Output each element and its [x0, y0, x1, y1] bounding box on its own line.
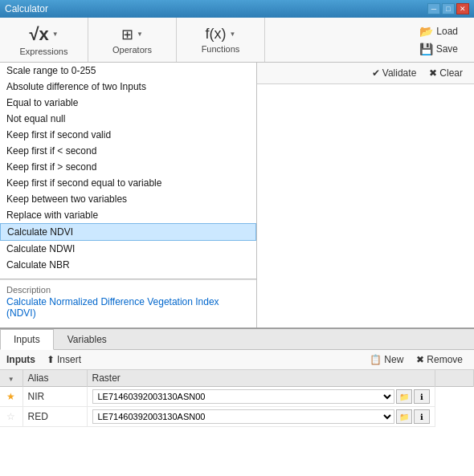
list-item[interactable]: Replace with variable [0, 207, 256, 223]
inputs-table: ▼ Alias Raster [0, 370, 474, 427]
row2-alias: RED [28, 411, 48, 422]
row1-info-button[interactable]: ℹ [414, 389, 430, 404]
list-item[interactable]: Keep first if second valid [0, 127, 256, 143]
table-row: ☆ RED LE71460392003130ASN00 📁 [0, 407, 474, 427]
expression-editor[interactable] [257, 84, 474, 328]
save-icon: 💾 [419, 43, 433, 55]
list-item[interactable]: Calculate NDWI [0, 241, 256, 257]
list-item[interactable]: Absolute difference of two Inputs [0, 79, 256, 95]
close-button[interactable]: ✕ [456, 3, 469, 14]
main-toolbar: √x ▼ Expressions ⊞ ▼ Operators f(x) ▼ Fu… [0, 18, 474, 63]
col-raster[interactable]: Raster [87, 370, 435, 387]
expressions-label: Expressions [20, 47, 68, 56]
insert-label: Insert [57, 354, 81, 365]
expressions-icon-area: √x ▼ [29, 24, 58, 45]
col-star: ▼ [0, 370, 22, 387]
row2-browse-button[interactable]: 📁 [396, 409, 412, 424]
row1-raster-dropdown-container: LE71460392003130ASN00 📁 ℹ [92, 389, 431, 404]
remove-button[interactable]: ✖ Remove [411, 352, 468, 367]
description-label: Description [6, 285, 250, 295]
list-item[interactable]: Not equal null [0, 111, 256, 127]
load-button[interactable]: 📂 Load [413, 23, 464, 39]
raster-header-label: Raster [92, 372, 121, 384]
description-area: Description Calculate Normalized Differe… [0, 279, 256, 328]
list-item[interactable]: Keep first if second equal to variable [0, 175, 256, 191]
bottom-section: Inputs Variables Inputs ⬆ Insert 📋 New ✖ [0, 328, 474, 476]
list-item[interactable]: Keep first if > second [0, 159, 256, 175]
new-button[interactable]: 📋 New [365, 352, 408, 367]
save-label: Save [436, 43, 458, 55]
remove-label: Remove [427, 354, 463, 365]
operators-icon: ⊞ [121, 26, 133, 43]
operators-icon-area: ⊞ ▼ [121, 26, 143, 43]
maximize-button[interactable]: □ [442, 3, 455, 14]
tab-variables[interactable]: Variables [54, 329, 121, 349]
inputs-toolbar: Inputs ⬆ Insert 📋 New ✖ Remove [0, 350, 474, 370]
inputs-toolbar-label: Inputs [6, 354, 35, 365]
titlebar: Calculator ─ □ ✕ [0, 0, 474, 18]
minimize-button[interactable]: ─ [427, 3, 440, 14]
row1-alias-cell: NIR [22, 387, 87, 407]
row1-browse-button[interactable]: 📁 [396, 389, 412, 404]
right-panel: ✔ Validate ✖ Clear [257, 63, 474, 328]
table-row: ★ NIR LE71460392003130ASN00 📁 [0, 387, 474, 407]
list-item[interactable]: Keep between two variables [0, 191, 256, 207]
row1-raster-select[interactable]: LE71460392003130ASN00 [92, 389, 395, 404]
table-container: ▼ Alias Raster [0, 370, 474, 476]
tab-inputs[interactable]: Inputs [0, 329, 54, 350]
expressions-button[interactable]: √x ▼ Expressions [0, 18, 88, 62]
save-button[interactable]: 💾 Save [413, 41, 464, 57]
functions-icon: f(x) [206, 26, 227, 43]
row2-alias-cell: RED [22, 407, 87, 427]
operators-dropdown-arrow: ▼ [137, 31, 143, 38]
row2-raster-select[interactable]: LE71460392003130ASN00 [92, 409, 395, 424]
remove-icon: ✖ [416, 354, 424, 365]
functions-dropdown-arrow: ▼ [230, 31, 236, 38]
row2-raster-cell: LE71460392003130ASN00 📁 ℹ [87, 407, 435, 427]
list-item[interactable]: Equal to variable [0, 95, 256, 111]
toolbar-right: 📂 Load 💾 Save [265, 18, 474, 62]
tab-content-inputs: Inputs ⬆ Insert 📋 New ✖ Remove [0, 350, 474, 476]
functions-icon-area: f(x) ▼ [206, 26, 236, 43]
list-item-selected[interactable]: Calculate NDVI [0, 223, 256, 241]
validate-button[interactable]: ✔ Validate [367, 66, 421, 80]
list-item[interactable]: Scale range to 0-255 [0, 63, 256, 79]
tab-bar: Inputs Variables [0, 329, 474, 350]
operators-label: Operators [112, 45, 152, 55]
star-filled-icon[interactable]: ★ [6, 391, 15, 402]
row2-raster-dropdown-container: LE71460392003130ASN00 📁 ℹ [92, 409, 431, 424]
window-controls: ─ □ ✕ [427, 3, 469, 14]
list-item[interactable]: Keep first if < second [0, 143, 256, 159]
col-actions [435, 370, 474, 387]
row1-star-cell[interactable]: ★ [0, 387, 22, 407]
expression-textarea[interactable] [260, 87, 471, 324]
insert-button[interactable]: ⬆ Insert [42, 352, 86, 367]
inputs-toolbar-right: 📋 New ✖ Remove [365, 352, 468, 367]
clear-label: Clear [439, 67, 463, 79]
operators-button[interactable]: ⊞ ▼ Operators [88, 18, 177, 62]
right-toolbar: ✔ Validate ✖ Clear [257, 63, 474, 84]
sort-arrow-star: ▼ [8, 376, 14, 383]
app-window: Calculator ─ □ ✕ √x ▼ Expressions ⊞ ▼ Op… [0, 0, 474, 476]
row1-alias: NIR [28, 391, 45, 402]
table-header-row: ▼ Alias Raster [0, 370, 474, 387]
load-icon: 📂 [419, 25, 433, 38]
content-area: Scale range to 0-255 Absolute difference… [0, 63, 474, 328]
row1-raster-cell: LE71460392003130ASN00 📁 ℹ [87, 387, 435, 407]
row2-star-cell[interactable]: ☆ [0, 407, 22, 427]
description-text: Calculate Normalized Difference Vegetati… [6, 296, 250, 319]
star-empty-icon[interactable]: ☆ [6, 411, 15, 422]
clear-icon: ✖ [429, 67, 437, 79]
list-item[interactable]: Calculate NBR [0, 257, 256, 273]
alias-header-label: Alias [28, 372, 49, 384]
left-panel: Scale range to 0-255 Absolute difference… [0, 63, 257, 328]
function-list[interactable]: Scale range to 0-255 Absolute difference… [0, 63, 256, 279]
clear-button[interactable]: ✖ Clear [424, 66, 468, 80]
row2-info-button[interactable]: ℹ [414, 409, 430, 424]
validate-icon: ✔ [372, 67, 380, 79]
functions-button[interactable]: f(x) ▼ Functions [177, 18, 265, 62]
col-alias[interactable]: Alias [22, 370, 87, 387]
functions-label: Functions [202, 44, 240, 54]
load-label: Load [436, 26, 458, 37]
expressions-dropdown-arrow: ▼ [52, 31, 59, 38]
